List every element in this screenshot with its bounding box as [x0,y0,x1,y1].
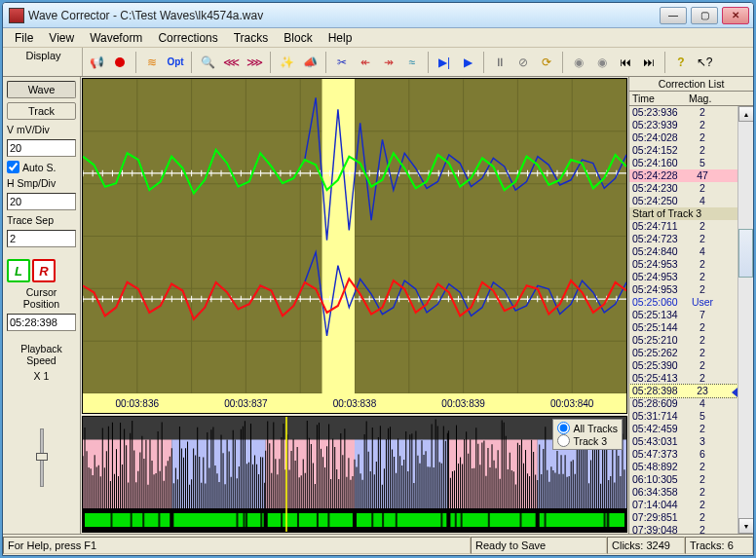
skip-fwd-icon[interactable]: ⏭ [639,53,659,72]
list-item[interactable]: 07:14:0442 [629,499,753,511]
list-item[interactable]: 05:23:9392 [629,119,753,131]
loop-node-icon[interactable]: ⟳ [537,53,556,72]
list-item[interactable]: 05:28:6094 [629,397,753,410]
list-item[interactable]: 05:23:9362 [629,106,753,119]
arrow-left-icon[interactable]: ↞ [356,53,375,72]
svg-rect-431 [281,513,283,527]
svg-rect-433 [382,513,384,527]
all-tracks-radio[interactable]: All Tracks [557,422,618,434]
list-item[interactable]: 05:31:7145 [629,410,753,423]
list-item[interactable]: 05:43:0313 [629,435,753,448]
menu-help[interactable]: Help [322,30,359,46]
cursor-pos-value[interactable] [7,314,76,331]
svg-rect-417 [85,513,170,527]
list-item[interactable]: 05:25:1442 [629,321,753,334]
correction-list-header: TimeMag. [629,92,753,106]
correction-list[interactable]: 05:23:936205:23:939205:24:028205:24:1522… [629,106,753,534]
single-track-radio[interactable]: Track 3 [557,434,618,447]
list-item[interactable]: 05:25:2622 [629,347,753,359]
list-item[interactable]: 07:29:8512 [629,511,753,524]
record-icon[interactable] [110,53,130,72]
playback-speed-slider[interactable] [7,386,76,530]
list-item[interactable]: 05:24:9532 [629,283,753,296]
list-item[interactable]: 05:24:1522 [629,144,753,157]
overview[interactable]: All Tracks Track 3 [82,416,627,533]
wave2-icon[interactable]: ≈ [402,53,422,72]
circle1-icon[interactable]: ◉ [569,53,588,72]
waveform-detail[interactable]: 00:03:83600:03:83700:03:83800:03:83900:0… [82,78,627,414]
lr-toggle[interactable]: L R [7,259,76,282]
close-button[interactable]: ✕ [722,7,749,24]
minimize-button[interactable]: — [660,7,687,24]
list-item[interactable]: Start of Track 3 [629,207,753,220]
left-channel-icon[interactable]: L [7,259,30,282]
wave-button[interactable]: Wave [7,81,76,98]
spark-speaker-icon[interactable]: 📣 [300,53,320,72]
list-item[interactable]: 05:24:2504 [629,195,753,207]
list-item[interactable]: 05:24:22847 [629,169,753,182]
h-div-input[interactable] [7,193,76,210]
titlebar[interactable]: Wave Corrector - C:\Test Waves\lk4574a.w… [3,3,753,28]
menu-file[interactable]: File [9,30,39,46]
list-item[interactable]: 05:25:2102 [629,334,753,347]
svg-rect-438 [461,513,463,527]
list-item[interactable]: 05:24:9532 [629,271,753,283]
list-item[interactable]: 05:24:2302 [629,182,753,195]
find-next-icon[interactable]: ⋙ [245,53,264,72]
pause-icon[interactable]: ⏸ [490,53,510,72]
left-panel: Wave Track V mV/Div Auto S. H Smp/Div Tr… [3,77,81,534]
v-div-input[interactable] [7,139,76,157]
trace-sep-input[interactable] [7,230,76,247]
play-icon[interactable]: ▶ [458,53,477,72]
overview-canvas [83,417,626,508]
track-button[interactable]: Track [7,102,76,120]
list-item[interactable]: 05:42:4592 [629,423,753,435]
context-help-icon[interactable]: ↖? [695,53,714,72]
menu-block[interactable]: Block [278,30,318,46]
list-item[interactable]: 05:47:3736 [629,448,753,461]
status-help: For Help, press F1 [3,537,471,554]
scroll-down-button[interactable]: ▼ [738,518,753,534]
list-item[interactable]: 06:34:3582 [629,486,753,499]
help-icon[interactable]: ? [671,53,691,72]
maximize-button[interactable]: ▢ [691,7,718,24]
list-item[interactable]: 06:10:3052 [629,473,753,486]
list-item[interactable]: 05:24:8404 [629,245,753,258]
list-item[interactable]: 05:48:8922 [629,461,753,473]
skip-back-icon[interactable]: ⏮ [616,53,635,72]
list-item[interactable]: 05:25:060User [629,296,753,309]
svg-rect-423 [236,513,238,527]
list-item[interactable]: 07:39:0482 [629,524,753,534]
opt-icon[interactable]: Opt [166,53,185,72]
play-to-icon[interactable]: ▶| [435,53,454,72]
list-item[interactable]: 05:24:7232 [629,233,753,245]
list-item[interactable]: 05:24:1605 [629,157,753,169]
menu-waveform[interactable]: Waveform [84,30,148,46]
right-channel-icon[interactable]: R [32,259,56,282]
list-item[interactable]: 05:24:9532 [629,258,753,271]
waves-icon[interactable]: ≋ [142,53,162,72]
app-window: Wave Corrector - C:\Test Waves\lk4574a.w… [2,2,754,556]
scroll-thumb[interactable] [738,229,753,278]
stop-icon[interactable]: ⊘ [513,53,533,72]
cut-icon[interactable]: ✂ [332,53,352,72]
svg-rect-446 [604,513,606,527]
binoculars-icon[interactable]: 🔍 [198,53,217,72]
menu-corrections[interactable]: Corrections [152,30,223,46]
list-item[interactable]: 05:25:3902 [629,359,753,372]
scroll-up-button[interactable]: ▲ [738,106,753,122]
arrow-right-icon[interactable]: ↠ [379,53,398,72]
find-prev-icon[interactable]: ⋘ [221,53,241,72]
menu-tracks[interactable]: Tracks [228,30,275,46]
speaker-icon[interactable]: 📢 [87,53,106,72]
list-item[interactable]: 05:24:0282 [629,131,753,144]
correction-scrollbar[interactable]: ▲ ▼ [737,106,753,534]
auto-s-checkbox[interactable]: Auto S. [7,161,76,173]
track-filter[interactable]: All Tracks Track 3 [552,419,623,450]
spark1-icon[interactable]: ✨ [277,53,296,72]
circle2-icon[interactable]: ◉ [592,53,612,72]
svg-rect-424 [243,513,245,527]
list-item[interactable]: 05:24:7112 [629,220,753,233]
list-item[interactable]: 05:25:1347 [629,309,753,321]
menu-view[interactable]: View [43,30,80,46]
